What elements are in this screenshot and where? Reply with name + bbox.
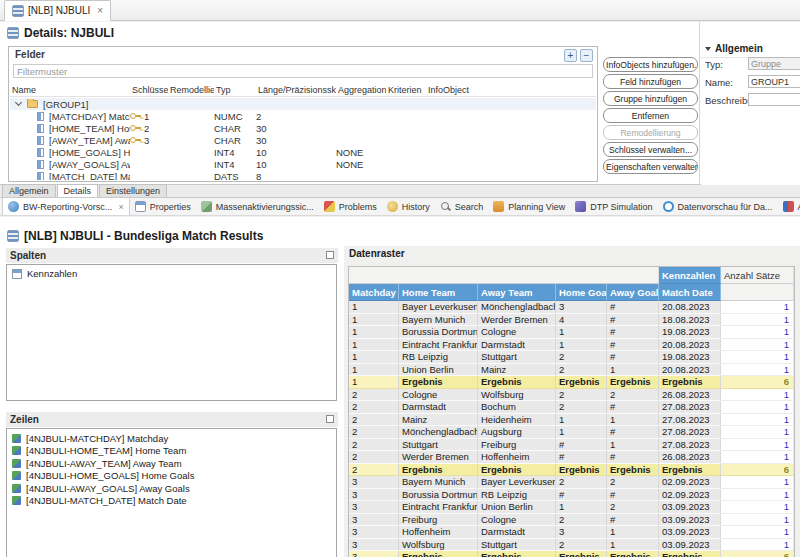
- data-row[interactable]: 3HoffenheimDarmstadt3103.09.20231: [349, 526, 794, 539]
- data-row[interactable]: 3FreiburgCologne2#03.09.20231: [349, 514, 794, 527]
- grid-cell: Darmstadt: [399, 401, 478, 414]
- column-header-away-goals[interactable]: Away Goals: [607, 284, 659, 301]
- data-row[interactable]: 1Eintracht FrankfurtDarmstadt1#20.08.202…: [349, 339, 794, 352]
- data-row[interactable]: 3Eintracht FrankfurtUnion Berlin1203.09.…: [349, 501, 794, 514]
- grid-cell: 1: [556, 326, 607, 339]
- fields-column-header-schl-ssel[interactable]: Schlüssel: [130, 83, 168, 96]
- data-row[interactable]: 2MainzHeidenheim1127.08.20231: [349, 414, 794, 427]
- column-header-away-team[interactable]: Away Team: [478, 284, 556, 301]
- field-row[interactable]: [HOME_GOALS] Home GoalsINT410NONE: [10, 146, 596, 158]
- view-tab-massenaktivierungssic[interactable]: Massenaktivierungssic...: [196, 198, 319, 216]
- zeilen-section-header: Zeilen: [6, 412, 338, 427]
- manage-properties-button[interactable]: Eigenschaften verwalten...: [603, 159, 698, 174]
- anzahl-saetze-header-cell[interactable]: Anzahl Sätze: [721, 267, 794, 284]
- field-row[interactable]: [MATCHDAY] Matchday1NUMC2: [10, 110, 596, 122]
- field-row[interactable]: [AWAY_TEAM] Away Team3CHAR30: [10, 134, 596, 146]
- data-row[interactable]: 1Bayer LeverkusenMönchengladbach3#20.08.…: [349, 301, 794, 314]
- data-row[interactable]: 2Werder BremenHoffenheim##26.08.20231: [349, 451, 794, 464]
- result-row[interactable]: 3ErgebnisErgebnisErgebnisErgebnisErgebni…: [349, 551, 794, 557]
- zeilen-item[interactable]: [4NJBULI-AWAY_GOALS] Away Goals: [12, 482, 336, 495]
- view-tab-bar: BW-Reporting-Vorsc...×PropertiesMassenak…: [0, 198, 800, 216]
- data-row[interactable]: 1Bayern MunichWerder Bremen4#18.08.20231: [349, 314, 794, 327]
- view-tab-properties[interactable]: Properties: [130, 198, 196, 216]
- fields-column-header-l-nge-pr-zisionsskala[interactable]: Länge/Präzisionsskala: [256, 83, 336, 96]
- view-tab-dtp-simulation[interactable]: DTP Simulation: [570, 198, 657, 216]
- field-row[interactable]: [MATCH_DATE] Match DateDATS8: [10, 170, 596, 180]
- zeilen-item-label: [4NJBULI-MATCH_DATE] Match Date: [26, 495, 187, 506]
- view-tab-datenvorschau-f-r-da[interactable]: Datenvorschau für Da...: [658, 198, 778, 216]
- name-field[interactable]: [748, 75, 800, 88]
- maximize-icon[interactable]: [326, 251, 334, 259]
- fields-column-header-typ[interactable]: Typ: [214, 83, 256, 96]
- remove-button[interactable]: Entfernen: [603, 108, 698, 123]
- view-tab-bw-reporting-vorsc[interactable]: BW-Reporting-Vorsc...×: [2, 198, 130, 216]
- expand-all-icon[interactable]: +: [564, 49, 577, 62]
- view-tab-search[interactable]: Search: [435, 198, 489, 216]
- spalten-list: Kennzahlen: [6, 264, 337, 401]
- data-row[interactable]: 2StuttgartFreiburg#127.08.20231: [349, 439, 794, 452]
- zeilen-item[interactable]: [4NJBULI-AWAY_TEAM] Away Team: [12, 457, 336, 470]
- field-length-cell: 30: [256, 135, 336, 146]
- result-row[interactable]: 1ErgebnisErgebnisErgebnisErgebnisErgebni…: [349, 376, 794, 389]
- felder-section: Felder + − NameSchlüsselRemodellie...Typ…: [8, 46, 598, 182]
- column-header-home-team[interactable]: Home Team: [399, 284, 478, 301]
- editor-subtab-allgemein[interactable]: Allgemein: [2, 184, 56, 197]
- view-tab-history[interactable]: History: [382, 198, 435, 216]
- add-group-button[interactable]: Gruppe hinzufügen: [603, 91, 698, 106]
- fields-column-header-aggregation[interactable]: Aggregation: [336, 83, 386, 96]
- filter-input[interactable]: [13, 64, 593, 78]
- field-icon: [37, 148, 44, 157]
- add-field-button[interactable]: Feld hinzufügen: [603, 74, 698, 89]
- data-row[interactable]: 1Borussia DortmundCologne1#19.08.20231: [349, 326, 794, 339]
- felder-section-title: Felder: [15, 49, 45, 60]
- zeilen-item[interactable]: [4NJBULI-HOME_TEAM] Home Team: [12, 445, 336, 458]
- data-row[interactable]: 3WolfsburgStuttgart2103.09.20231: [349, 539, 794, 552]
- view-tab-planning-view[interactable]: Planning View: [488, 198, 570, 216]
- vertical-splitter[interactable]: [699, 22, 700, 185]
- column-header-home-goals[interactable]: Home Goals: [556, 284, 607, 301]
- maximize-icon[interactable]: [326, 415, 334, 423]
- fields-column-header-infoobject[interactable]: InfoObject: [426, 83, 596, 96]
- zeilen-item[interactable]: [4NJBULI-MATCH_DATE] Match Date: [12, 495, 336, 508]
- data-row[interactable]: 2MönchengladbachAugsburg1#27.08.20231: [349, 426, 794, 439]
- data-row[interactable]: 1Union BerlinMainz2120.08.20231: [349, 364, 794, 377]
- properties-icon: [135, 201, 146, 212]
- column-header-match-date[interactable]: Match Date: [659, 284, 721, 301]
- grid-cell: 2: [556, 389, 607, 402]
- close-icon[interactable]: ×: [97, 5, 103, 16]
- data-row[interactable]: 3Borussia DortmundRB Leipzig##02.09.2023…: [349, 489, 794, 502]
- properties-section-header[interactable]: Allgemein: [701, 40, 800, 58]
- grid-cell: 19.08.2023: [659, 351, 721, 364]
- collapse-all-icon[interactable]: −: [580, 49, 593, 62]
- grid-cell: #: [607, 314, 659, 327]
- data-row[interactable]: 2CologneWolfsburg2226.08.20231: [349, 389, 794, 402]
- view-tab-problems[interactable]: Problems: [319, 198, 382, 216]
- manage-keys-button[interactable]: Schlüssel verwalten...: [603, 142, 698, 157]
- data-row[interactable]: 1RB LeipzigStuttgart2#19.08.20231: [349, 351, 794, 364]
- close-icon[interactable]: ×: [118, 202, 123, 212]
- grid-cell: 1: [721, 526, 794, 539]
- data-row[interactable]: 3Bayern MunichBayer Leverkusen2202.09.20…: [349, 476, 794, 489]
- zeilen-item[interactable]: [4NJBULI-MATCHDAY] Matchday: [12, 432, 336, 445]
- kennzahlen-header-cell[interactable]: Kennzahlen: [659, 267, 721, 284]
- properties-panel: Allgemein Typ: Name: Beschreibung:: [701, 40, 800, 185]
- view-tab-abap-communicatio[interactable]: ABAP Communicatio...: [778, 198, 800, 216]
- add-infoobjects-button[interactable]: InfoObjects hinzufügen...: [603, 57, 698, 72]
- column-header-matchday[interactable]: Matchday: [349, 284, 399, 301]
- chevron-down-icon[interactable]: [15, 99, 22, 106]
- fields-column-header-name[interactable]: Name: [10, 83, 130, 96]
- grid-cell: 03.09.2023: [659, 526, 721, 539]
- editor-tab-njbuli[interactable]: [NLB] NJBULI ×: [4, 0, 111, 21]
- field-row[interactable]: [AWAY_GOALS] Away GoalsINT410NONE: [10, 158, 596, 170]
- fields-column-header-remodellie[interactable]: Remodellie...: [168, 83, 214, 96]
- editor-subtab-details[interactable]: Details: [57, 184, 99, 197]
- beschreibung-field[interactable]: [748, 93, 800, 106]
- group-row[interactable]: [GROUP1]: [10, 98, 596, 110]
- field-row[interactable]: [HOME_TEAM] Home Team2CHAR30: [10, 122, 596, 134]
- spalten-item-kennzahlen[interactable]: Kennzahlen: [7, 265, 336, 279]
- fields-column-header-kriterien[interactable]: Kriterien: [386, 83, 426, 96]
- zeilen-item[interactable]: [4NJBULI-HOME_GOALS] Home Goals: [12, 470, 336, 483]
- result-row[interactable]: 2ErgebnisErgebnisErgebnisErgebnisErgebni…: [349, 464, 794, 477]
- data-row[interactable]: 2DarmstadtBochum2#27.08.20231: [349, 401, 794, 414]
- editor-subtab-einstellungen[interactable]: Einstellungen: [99, 184, 167, 197]
